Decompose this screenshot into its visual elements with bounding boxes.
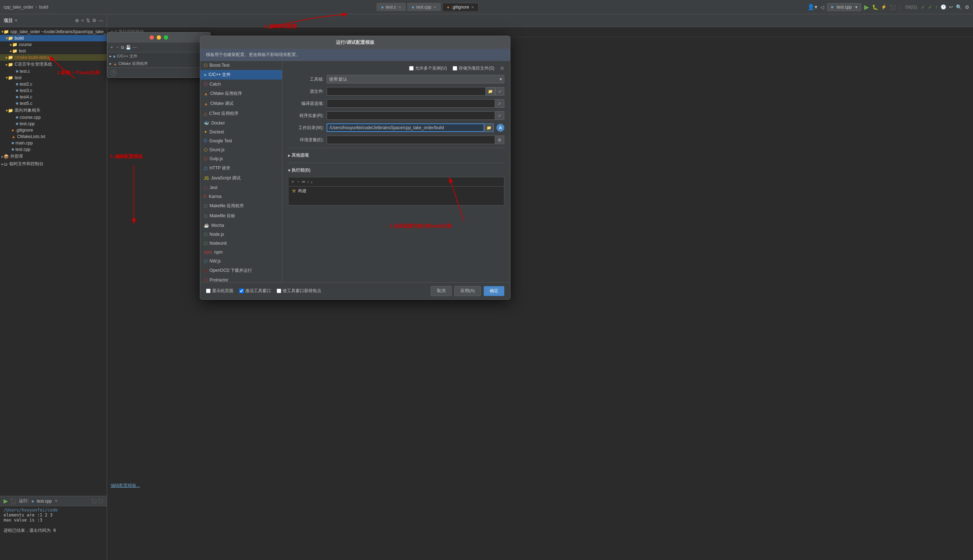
tree-item-external[interactable]: ▸ 📦 外部库 bbox=[0, 153, 107, 160]
tl-yellow[interactable] bbox=[157, 35, 161, 40]
confirm-button[interactable]: 确定 bbox=[484, 286, 504, 296]
git-history[interactable]: 🕐 bbox=[941, 4, 946, 10]
dialog-item-jsdebug[interactable]: JS JavaScript 调试 bbox=[200, 173, 282, 183]
pre-task-edit-btn[interactable]: ✏ bbox=[302, 179, 306, 184]
allow-parallel-input[interactable] bbox=[409, 66, 414, 71]
run-config-dropdown-icon[interactable]: ▾ bbox=[855, 5, 858, 10]
workdir-browse-btn[interactable]: 📁 bbox=[484, 123, 494, 132]
run-button-panel[interactable]: ▶ bbox=[3, 498, 8, 504]
dialog-item-karma[interactable]: K Karma bbox=[200, 192, 282, 201]
tree-item-cmakelists[interactable]: ▲ CMakeLists.txt bbox=[0, 133, 107, 140]
dialog-item-cpp[interactable]: ■ C/C++ 文件 bbox=[200, 70, 282, 80]
popup-section-header-cmake[interactable]: ▸ ▲ CMake 应用程序 bbox=[107, 60, 210, 67]
env-browse-btn[interactable]: ⊞ bbox=[495, 135, 504, 144]
show-page-input[interactable] bbox=[206, 288, 211, 293]
tab-gitignore[interactable]: ● .gitignore ✕ bbox=[442, 3, 479, 11]
dialog-item-nodeunit[interactable]: ⬡ Nodeunit bbox=[200, 239, 282, 248]
tree-item-test2c[interactable]: ■ test2.c bbox=[0, 81, 107, 87]
tree-item-cmake-debug[interactable]: ▸ 📁 cmake-build-debug bbox=[0, 54, 107, 61]
pre-run-toggle[interactable]: ▾ 执行前(B) bbox=[288, 166, 504, 175]
sidebar-btn-1[interactable]: ⊕ bbox=[75, 18, 79, 23]
tree-item-root[interactable]: ▾ 📁 cpp_take_order ~/code/JetbrainsSpace… bbox=[0, 28, 107, 35]
tree-item-coursecpp[interactable]: ■ course.cpp bbox=[0, 114, 107, 120]
allow-parallel-checkbox[interactable]: 允许多个实例(U) bbox=[409, 65, 447, 71]
run-button[interactable]: ▶ bbox=[864, 3, 869, 11]
tl-green[interactable] bbox=[164, 35, 168, 40]
dialog-item-catch[interactable]: ⬡ Catch bbox=[200, 80, 282, 89]
focus-window-checkbox[interactable]: 使工具窗口获得焦点 bbox=[277, 288, 321, 294]
source-input[interactable] bbox=[327, 87, 486, 96]
pre-task-remove-btn[interactable]: － bbox=[296, 179, 301, 185]
args-expand-btn[interactable]: ⤢ bbox=[495, 111, 504, 120]
compiler-input[interactable] bbox=[327, 99, 495, 108]
run-config-popup[interactable]: ＋ － ⧉ 💾 ⋯ ▸ ■ C/C++ 文件 ▸ ▲ CMake 应用程序 ? bbox=[107, 32, 211, 78]
workdir-input[interactable] bbox=[327, 123, 484, 132]
tab-close-icon-2[interactable]: ✕ bbox=[433, 5, 436, 9]
git-check2[interactable]: ✓ bbox=[928, 4, 932, 10]
tree-item-gitignore[interactable]: ● .gitignore bbox=[0, 127, 107, 133]
dialog-item-nodejs[interactable]: ⬡ Node.js bbox=[200, 230, 282, 239]
debug-button[interactable]: 🐛 bbox=[872, 4, 878, 10]
tree-item-testc[interactable]: ■ test.c bbox=[0, 68, 107, 75]
tree-item-test4c[interactable]: ■ test4.c bbox=[0, 94, 107, 100]
main-dialog[interactable]: 运行/调试配置模板 模板用于创建新配置。更改模板不影响现有配置。 ⬡ Boost… bbox=[200, 36, 510, 300]
tab-test-cpp[interactable]: ■ test.cpp ✕ bbox=[407, 3, 441, 11]
more-run-btn[interactable]: ⚡ bbox=[881, 4, 887, 10]
tree-item-test3c[interactable]: ■ test3.c bbox=[0, 87, 107, 94]
dialog-item-nwjs[interactable]: ⬡ NW.js bbox=[200, 257, 282, 266]
dialog-item-ctest[interactable]: △ CTest 应用程序 bbox=[200, 109, 282, 119]
env-input[interactable] bbox=[327, 135, 495, 144]
tab-close-icon-3[interactable]: ✕ bbox=[471, 5, 474, 9]
dialog-item-openocd[interactable]: ⬡ OpenOCD 下载并运行 bbox=[200, 266, 282, 276]
dialog-item-boost[interactable]: ⬡ Boost.Test bbox=[200, 61, 282, 70]
args-input[interactable] bbox=[327, 111, 495, 120]
tree-item-test5c[interactable]: ■ test5.c bbox=[0, 100, 107, 107]
source-browse-btn[interactable]: 📁 bbox=[486, 87, 495, 96]
compiler-expand-btn[interactable]: ⤢ bbox=[495, 99, 504, 108]
dialog-item-cmake-debug[interactable]: ▲ CMake 调试 bbox=[200, 99, 282, 109]
source-expand-btn[interactable]: ⤢ bbox=[495, 87, 504, 96]
popup-save-btn[interactable]: 💾 bbox=[125, 45, 131, 50]
dialog-item-gulp[interactable]: ⬡ Gulp.js bbox=[200, 155, 282, 163]
nav-back-icon[interactable]: ◁ bbox=[820, 4, 824, 10]
popup-more-btn[interactable]: ⋯ bbox=[132, 45, 137, 50]
dialog-item-google[interactable]: G Google Test bbox=[200, 137, 282, 145]
tree-item-course[interactable]: ▸ 📁 course bbox=[0, 42, 107, 48]
other-options-toggle[interactable]: ▸ 其他选项 bbox=[288, 151, 504, 160]
store-as-file-settings-icon[interactable]: ⚙ bbox=[500, 66, 504, 71]
apply-button[interactable]: 应用(A) bbox=[455, 286, 481, 296]
dialog-item-make-target[interactable]: ⬡ Makefile 目标 bbox=[200, 211, 282, 221]
popup-section-header-cpp[interactable]: ▸ ■ C/C++ 文件 bbox=[107, 52, 210, 60]
dialog-item-jest[interactable]: ⬡ Jest bbox=[200, 183, 282, 192]
tree-item-test-folder[interactable]: ▾ 📁 test bbox=[0, 75, 107, 81]
store-as-file-checkbox[interactable]: 存储为项目文件(S) bbox=[453, 65, 494, 71]
tree-item-temp[interactable]: ▸ 🗂 临时文件和控制台 bbox=[0, 160, 107, 168]
dialog-item-cmake-app[interactable]: ▲ CMake 应用程序 bbox=[200, 89, 282, 99]
cancel-button[interactable]: 取消 bbox=[431, 286, 451, 296]
edit-templates-link[interactable]: 编辑配置模板... bbox=[110, 483, 140, 488]
run-close-icon[interactable]: ✕ bbox=[55, 498, 58, 503]
show-page-checkbox[interactable]: 显示此页面 bbox=[206, 288, 233, 294]
git-check1[interactable]: ✓ bbox=[921, 4, 925, 10]
popup-help-btn[interactable]: ? bbox=[110, 70, 117, 76]
stop-btn[interactable]: ⬛ bbox=[889, 4, 896, 10]
popup-add-btn[interactable]: ＋ bbox=[110, 44, 114, 50]
git-push[interactable]: ↑ bbox=[935, 4, 938, 10]
stop-button-panel[interactable]: ⬛ bbox=[10, 498, 16, 504]
pre-task-item-build[interactable]: ⚒ 构建 bbox=[288, 187, 504, 195]
sidebar-btn-5[interactable]: — bbox=[99, 18, 103, 23]
dialog-item-docker[interactable]: 🐳 Docker bbox=[200, 119, 282, 128]
sidebar-btn-4[interactable]: ⚙ bbox=[92, 18, 96, 23]
run-config-selector[interactable]: ■ test.cpp ▾ bbox=[827, 3, 861, 11]
user-icon[interactable]: 👤▾ bbox=[807, 3, 818, 10]
focus-window-input[interactable] bbox=[277, 288, 281, 293]
tree-item-cstudent[interactable]: ▸ 📁 C语言学生管理系统 bbox=[0, 61, 107, 68]
sidebar-btn-2[interactable]: ≡ bbox=[81, 18, 84, 23]
tab-close-icon[interactable]: ✕ bbox=[398, 5, 401, 9]
pre-task-add-btn[interactable]: ＋ bbox=[291, 179, 295, 185]
dialog-item-grunt[interactable]: ⬡ Grunt.js bbox=[200, 145, 282, 155]
sidebar-dropdown[interactable]: ▾ bbox=[15, 18, 17, 23]
git-revert[interactable]: ↩ bbox=[949, 4, 953, 10]
dialog-item-make-app[interactable]: ⬡ Makefile 应用程序 bbox=[200, 201, 282, 211]
settings-btn[interactable]: ⚙ bbox=[965, 4, 970, 10]
